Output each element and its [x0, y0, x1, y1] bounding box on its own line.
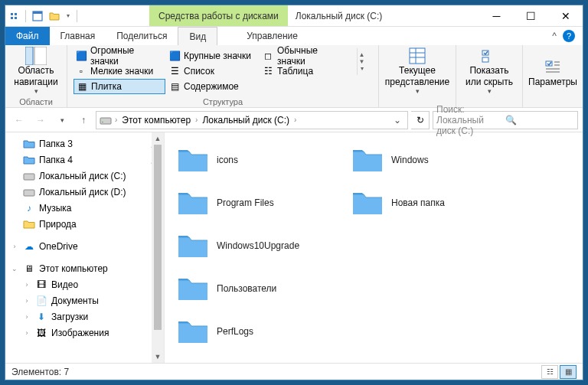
folder-label: PerfLogs — [217, 326, 253, 337]
address-dropdown-icon[interactable]: ⌄ — [390, 115, 404, 126]
refresh-button[interactable]: ↻ — [411, 111, 430, 129]
back-button[interactable]: ← — [10, 111, 28, 129]
folder-tile[interactable]: Новая папка — [348, 181, 523, 224]
scroll-up-icon[interactable]: ▲ — [152, 132, 164, 145]
nav-scrollbar[interactable]: ▲ ▼ — [152, 132, 164, 363]
collapse-ribbon-icon[interactable]: ^ — [552, 31, 557, 41]
show-hide-button[interactable]: Показать или скрыть — [459, 47, 519, 96]
maximize-button[interactable]: ☐ — [514, 5, 548, 26]
folder-icon — [177, 317, 209, 346]
ribbon-group-options: Параметры — [523, 45, 583, 107]
navigation-pane: Папка 3📌 Папка 4📌 Локальный диск (C:) Ло… — [5, 132, 165, 363]
folder-label: icons — [217, 155, 238, 165]
folder-label: Пользователи — [217, 283, 276, 294]
folder-tile[interactable]: PerfLogs — [174, 310, 348, 353]
svg-rect-9 — [482, 57, 488, 62]
folder-icon — [351, 145, 384, 175]
nav-item-documents[interactable]: ›📄Документы — [5, 292, 164, 308]
folder-tile[interactable]: Windows10Upgrade — [174, 224, 348, 267]
chevron-right-icon[interactable]: › — [22, 313, 31, 321]
folder-label: Windows — [391, 155, 429, 165]
explorer-window: ▾ Средства работы с дисками Локальный ди… — [5, 5, 583, 380]
folder-icon[interactable] — [47, 9, 61, 23]
chevron-right-icon[interactable]: › — [195, 116, 198, 124]
layout-tiles[interactable]: ▦Плитка — [74, 79, 165, 94]
separator — [77, 10, 77, 22]
layout-scroll-up-icon[interactable]: ▲ — [358, 51, 366, 58]
status-bar: Элементов: 7 ☷ ▦ — [5, 363, 583, 380]
layout-small[interactable]: ▫Мелкие значки — [74, 64, 165, 79]
folder-tile[interactable]: Windows — [348, 139, 523, 181]
current-view-button[interactable]: Текущее представление — [382, 47, 452, 96]
tab-view[interactable]: Вид — [178, 27, 217, 45]
properties-icon[interactable] — [31, 9, 44, 23]
breadcrumb-drive-c[interactable]: Локальный диск (C:) — [201, 115, 291, 126]
svg-rect-16 — [102, 122, 103, 122]
svg-rect-15 — [100, 118, 111, 124]
nav-item-nature[interactable]: Природа — [5, 216, 164, 232]
chevron-right-icon[interactable]: › — [22, 281, 31, 289]
layout-medium[interactable]: ◻Обычные значки — [260, 48, 352, 64]
recent-locations-button[interactable]: ▾ — [53, 111, 71, 129]
tab-share[interactable]: Поделиться — [106, 27, 178, 45]
help-icon[interactable]: ? — [563, 30, 575, 42]
breadcrumb-this-pc[interactable]: Этот компьютер — [120, 115, 192, 126]
chevron-right-icon[interactable]: › — [22, 297, 31, 305]
address-bar: ← → ▾ ↑ › Этот компьютер › Локальный дис… — [5, 108, 583, 132]
chevron-right-icon[interactable]: › — [294, 116, 296, 124]
forward-button[interactable]: → — [31, 111, 50, 129]
folder-tile[interactable]: icons — [174, 139, 348, 181]
ribbon-tabs: Файл Главная Поделиться Вид Управление ^… — [5, 27, 583, 45]
up-button[interactable]: ↑ — [74, 111, 93, 129]
nav-item-music[interactable]: ♪Музыка — [5, 200, 164, 216]
svg-rect-2 — [25, 47, 33, 65]
chevron-right-icon[interactable]: › — [22, 329, 31, 337]
navigation-pane-label: Область навигации — [10, 65, 62, 87]
scroll-down-icon[interactable]: ▼ — [152, 351, 164, 363]
folder-tile[interactable]: Program Files — [174, 181, 348, 224]
nav-item-folder3[interactable]: Папка 3📌 — [5, 135, 164, 152]
layout-extra-large[interactable]: 🟦Огромные значки — [74, 48, 165, 64]
nav-item-drive-d[interactable]: Локальный диск (D:) — [5, 184, 164, 200]
nav-item-this-pc[interactable]: ⌄🖥Этот компьютер — [5, 260, 164, 276]
folder-label: Windows10Upgrade — [217, 240, 299, 251]
chevron-right-icon[interactable]: › — [115, 116, 117, 124]
chevron-down-icon[interactable]: ⌄ — [10, 265, 19, 272]
nav-item-videos[interactable]: ›🎞Видео — [5, 276, 164, 292]
chevron-right-icon[interactable]: › — [10, 243, 19, 250]
view-tiles-button[interactable]: ▦ — [560, 365, 577, 379]
nav-item-folder4[interactable]: Папка 4📌 — [5, 152, 164, 168]
tab-manage[interactable]: Управление — [236, 27, 309, 45]
folder-label: Новая папка — [391, 197, 445, 208]
scroll-thumb[interactable] — [154, 145, 162, 330]
search-box[interactable]: Поиск: Локальный диск (C:) 🔍 — [433, 111, 578, 129]
layout-large[interactable]: 🟦Крупные значки — [167, 48, 259, 64]
layout-scroll-down-icon[interactable]: ▼ — [358, 58, 366, 65]
layout-group-label: Структура — [70, 96, 375, 107]
close-button[interactable]: ✕ — [548, 5, 583, 26]
folder-label: Program Files — [217, 197, 274, 208]
tab-home[interactable]: Главная — [50, 27, 106, 45]
nav-item-pictures[interactable]: ›🖼Изображения — [5, 325, 164, 341]
layout-content[interactable]: ▤Содержимое — [167, 79, 259, 94]
nav-item-drive-c[interactable]: Локальный диск (C:) — [5, 168, 164, 184]
layout-details[interactable]: ☷Таблица — [260, 64, 352, 79]
folder-tile[interactable]: Пользователи — [174, 267, 348, 310]
back-history-icon[interactable] — [7, 9, 21, 23]
navigation-pane-button[interactable]: Область навигации — [8, 47, 64, 96]
content-pane[interactable]: icons Program Files Windows10Upgrade Пол… — [165, 132, 583, 363]
address-box[interactable]: › Этот компьютер › Локальный диск (C:) ›… — [96, 111, 408, 129]
view-details-button[interactable]: ☷ — [541, 365, 558, 379]
nav-item-downloads[interactable]: ›⬇Загрузки — [5, 308, 164, 325]
ribbon-group-show-hide: Показать или скрыть — [456, 45, 523, 107]
scroll-track[interactable] — [152, 145, 164, 351]
folder-icon — [351, 188, 384, 217]
layout-expand-icon[interactable]: ▾ — [358, 65, 366, 72]
panes-group-label: Области — [8, 96, 64, 107]
layout-list[interactable]: ☰Список — [167, 64, 259, 79]
options-button[interactable]: Параметры — [526, 47, 580, 96]
nav-item-onedrive[interactable]: ›☁OneDrive — [5, 238, 164, 254]
qat-dropdown-icon[interactable]: ▾ — [64, 9, 72, 23]
tab-file[interactable]: Файл — [5, 27, 50, 45]
minimize-button[interactable]: ─ — [479, 5, 514, 26]
